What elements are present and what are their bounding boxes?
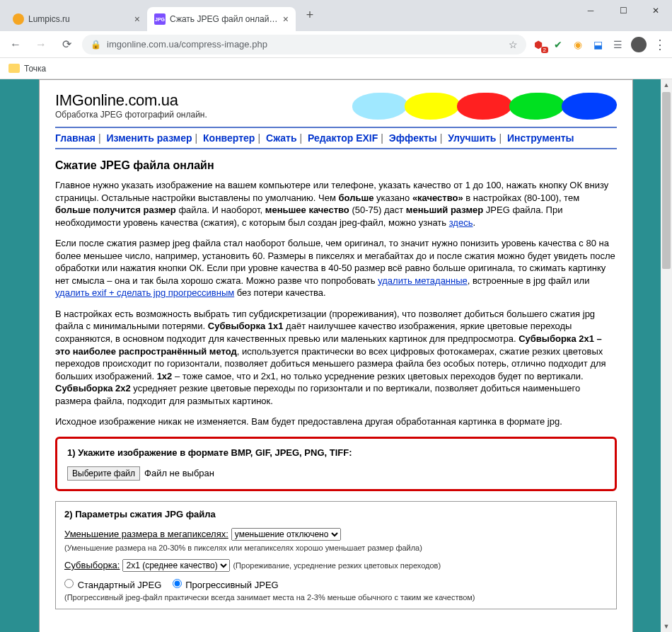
radio-progressive-label[interactable]: Прогрессивный JPEG [173,579,279,590]
intro-paragraph-4: Исходное изображение никак не изменяется… [55,415,617,428]
megapixel-hint: (Уменьшение размера на 20-30% в пикселях… [64,544,608,552]
extension-check-icon[interactable]: ✔ [552,38,564,51]
color-blobs [355,91,617,121]
radio-standard-label[interactable]: Стандартный JPEG [64,579,161,590]
lock-icon: 🔒 [91,40,101,50]
scroll-up-arrow[interactable]: ▲ [661,79,672,91]
nav-exif[interactable]: Редактор EXIF [308,132,378,144]
blob-cyan [352,93,407,120]
link-delete-exif[interactable]: удалить exif + сделать jpg прогрессивным [55,287,234,298]
close-icon[interactable]: × [134,13,140,25]
extensions-area: ⬢ ✔ ◉ ⬓ ☰ ⋮ [532,37,666,52]
reload-button[interactable]: ⟳ [57,35,76,54]
section-upload: 1) Укажите изображение в формате BMP, GI… [55,437,617,491]
progressive-hint: (Прогрессивный jpeg-файл практически все… [64,593,608,602]
page-viewport: IMGonline.com.ua Обработка JPEG фотограф… [0,79,672,632]
nav-effects[interactable]: Эффекты [389,132,437,144]
radio-progressive[interactable] [173,579,182,588]
blob-red [457,93,512,120]
window-controls: ─ ☐ ✕ [574,0,672,21]
intro-paragraph-2: Если после сжатия размер jpeg файла стал… [55,237,617,299]
forward-button[interactable]: → [31,35,51,54]
extension-adblock-icon[interactable]: ⬢ [532,38,545,51]
folder-icon [8,64,20,73]
bookmark-star-icon[interactable]: ☆ [509,39,518,50]
browser-toolbar: ← → ⟳ 🔒 imgonline.com.ua/compress-image.… [0,31,672,58]
tab-imgonline[interactable]: JPG Сжать JPEG файл онлайн - IMG × [147,7,296,31]
profile-avatar[interactable] [631,37,647,52]
radio-standard[interactable] [64,579,74,588]
address-bar[interactable]: 🔒 imgonline.com.ua/compress-image.php ☆ [82,35,526,54]
minimize-button[interactable]: ─ [574,0,607,21]
tab-title: Lumpics.ru [28,14,130,24]
bookmark-item[interactable]: Точка [24,64,46,74]
section-1-title: 1) Укажите изображение в формате BMP, GI… [67,447,605,458]
close-window-button[interactable]: ✕ [639,0,672,21]
file-status-text: Файл не выбран [144,468,214,478]
blob-yellow [405,93,460,120]
favicon-lumpics [13,13,24,25]
megapixel-label: Уменьшение размера в мегапикселях: [64,529,228,539]
blob-green [509,93,564,120]
logo-block: IMGonline.com.ua Обработка JPEG фотограф… [55,91,207,120]
site-tagline: Обработка JPEG фотографий онлайн. [55,110,207,120]
section-compression: 2) Параметры сжатия JPG файла Уменьшение… [55,501,617,609]
new-tab-button[interactable]: + [300,5,320,25]
nav-converter[interactable]: Конвертер [203,132,255,144]
subsample-label: Субвыборка: [64,560,120,570]
window-titlebar: Lumpics.ru × JPG Сжать JPEG файл онлайн … [0,0,672,31]
url-text: imgonline.com.ua/compress-image.php [107,39,503,50]
extension-globe-icon[interactable]: ◉ [572,38,584,51]
menu-button[interactable]: ⋮ [654,37,666,52]
nav-improve[interactable]: Улучшить [448,132,496,144]
close-icon[interactable]: × [283,13,289,25]
site-header: IMGonline.com.ua Обработка JPEG фотограф… [55,91,617,121]
link-delete-metadata[interactable]: удалить метаданные [378,275,468,286]
tab-strip: Lumpics.ru × JPG Сжать JPEG файл онлайн … [6,7,296,31]
subsample-select[interactable]: 2x1 (среднее качество) [122,559,230,572]
nav-home[interactable]: Главная [55,132,95,144]
main-nav: Главная| Изменить размер| Конвертер| Сжа… [55,127,617,149]
blob-blue [562,93,617,120]
choose-file-button[interactable]: Выберите файл [67,466,140,481]
nav-tools[interactable]: Инструменты [507,132,574,144]
maximize-button[interactable]: ☐ [607,0,639,21]
section-2-title: 2) Параметры сжатия JPG файла [64,509,608,519]
bookmarks-bar: Точка [0,58,672,79]
reading-list-icon[interactable]: ☰ [611,38,624,51]
link-here[interactable]: здесь [449,217,473,228]
extension-box-icon[interactable]: ⬓ [591,38,604,51]
vertical-scrollbar[interactable]: ▲ ▼ [661,79,672,632]
scroll-thumb[interactable] [662,92,671,269]
file-input-row: Выберите файл Файл не выбран [67,466,605,481]
page-content: IMGonline.com.ua Обработка JPEG фотограф… [39,79,633,632]
nav-resize[interactable]: Изменить размер [106,132,192,144]
intro-paragraph-3: В настройках есть возможность выбрать ти… [55,308,617,407]
scroll-down-arrow[interactable]: ▼ [661,621,672,632]
page-title: Сжатие JPEG файла онлайн [55,159,617,172]
tab-title: Сжать JPEG файл онлайн - IMG [170,14,279,24]
nav-compress[interactable]: Сжать [266,132,297,144]
megapixel-select[interactable]: уменьшение отключено [231,528,341,541]
favicon-imgonline: JPG [154,13,166,25]
tab-lumpics[interactable]: Lumpics.ru × [6,7,147,31]
site-logo-text: IMGonline.com.ua [55,91,207,110]
intro-paragraph-1: Главное нужно указать изображение на ваш… [55,179,617,229]
subsample-hint: (Прореживание, усреднение резких цветовы… [233,561,441,570]
back-button[interactable]: ← [6,35,25,54]
